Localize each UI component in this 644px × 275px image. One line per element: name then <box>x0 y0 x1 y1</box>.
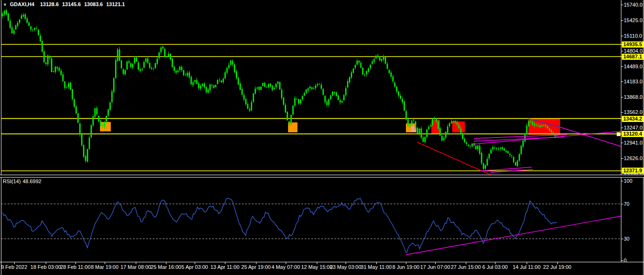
open-value: 13128.6 <box>40 1 59 7</box>
symbol-timeframe-label: GDAXI,H4 <box>10 1 34 7</box>
low-value: 13083.6 <box>84 1 103 7</box>
rsi-trendline <box>406 216 621 255</box>
chart-canvas[interactable] <box>0 0 644 275</box>
chart-title: ▼GDAXI,H413128.613145.613083.613121.1 <box>3 1 128 7</box>
red-zone <box>528 119 560 135</box>
symbol-dropdown-icon[interactable]: ▼ <box>3 2 7 7</box>
rsi-value: 48.6992 <box>23 178 41 184</box>
high-value: 13145.6 <box>62 1 81 7</box>
price-line-handle[interactable] <box>617 132 620 136</box>
chart-window: ▼GDAXI,H413128.613145.613083.613121.1 RS… <box>0 0 644 275</box>
trendline <box>560 127 621 146</box>
rsi-line <box>2 198 557 253</box>
orange-zone <box>100 122 111 131</box>
close-value: 13121.1 <box>106 1 125 7</box>
panel-separator[interactable] <box>0 175 644 178</box>
rsi-indicator-label: RSI(14)48.6992 <box>3 178 43 184</box>
rsi-name: RSI(14) <box>3 178 21 184</box>
